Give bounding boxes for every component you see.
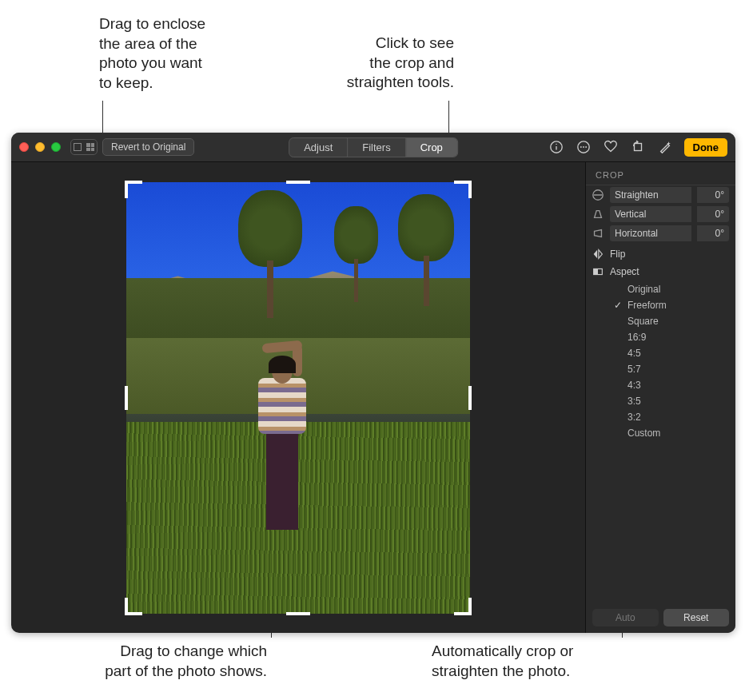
aspect-option[interactable]: Original <box>613 281 735 297</box>
favorite-icon[interactable] <box>603 139 619 155</box>
flip-icon <box>591 248 605 261</box>
horizontal-perspective-icon <box>591 227 605 240</box>
rotate-icon[interactable] <box>630 139 646 155</box>
svg-point-4 <box>580 146 581 148</box>
straighten-icon <box>591 189 605 201</box>
aspect-option-label: 3:2 <box>627 412 641 423</box>
revert-button[interactable]: Revert to Original <box>102 138 194 156</box>
aspect-label: Aspect <box>610 266 639 277</box>
svg-rect-11 <box>594 268 598 274</box>
flip-label: Flip <box>610 249 625 260</box>
tab-filters[interactable]: Filters <box>348 138 405 157</box>
edit-mode-tabs: Adjust Filters Crop <box>289 137 458 157</box>
canvas-area <box>11 162 585 633</box>
prop-label: Horizontal <box>610 225 691 241</box>
callout-drag-enclose: Drag to enclose the area of the photo yo… <box>99 14 205 93</box>
prop-label: Vertical <box>610 206 691 222</box>
aspect-option[interactable]: 5:7 <box>613 361 735 377</box>
flip-row[interactable]: Flip <box>586 243 735 264</box>
crop-sidebar: CROP Straighten 0° Vertical 0° Horizo <box>585 162 735 633</box>
tab-crop[interactable]: Crop <box>406 138 457 157</box>
aspect-option[interactable]: Square <box>613 313 735 329</box>
view-toggle[interactable] <box>70 139 98 155</box>
svg-rect-7 <box>634 144 641 151</box>
checkmark-icon: ✓ <box>613 300 623 311</box>
aspect-option-label: 4:5 <box>627 348 641 359</box>
tab-adjust[interactable]: Adjust <box>289 138 348 157</box>
fullscreen-icon[interactable] <box>51 142 61 152</box>
aspect-options: Original✓FreeformSquare16:94:55:74:33:53… <box>586 281 735 441</box>
aspect-option-label: 4:3 <box>627 380 641 391</box>
svg-point-2 <box>556 144 556 145</box>
callout-crop-tools: Click to see the crop and straighten too… <box>318 34 454 93</box>
aspect-option[interactable]: 4:5 <box>613 345 735 361</box>
toolbar: Revert to Original Adjust Filters Crop D… <box>11 133 735 162</box>
photos-edit-window: Revert to Original Adjust Filters Crop D… <box>11 133 735 633</box>
prop-value[interactable]: 0° <box>697 225 729 241</box>
info-icon[interactable] <box>548 139 564 155</box>
photo[interactable] <box>126 182 470 614</box>
callout-drag-change: Drag to change which part of the photo s… <box>27 642 267 681</box>
aspect-option-label: Original <box>627 284 660 295</box>
more-icon[interactable] <box>576 139 592 155</box>
bottom-buttons: Auto Reset <box>586 603 735 633</box>
prop-straighten[interactable]: Straighten 0° <box>586 185 735 205</box>
svg-point-5 <box>583 146 584 148</box>
aspect-option[interactable]: Custom <box>613 425 735 441</box>
done-button[interactable]: Done <box>684 138 728 157</box>
reset-button[interactable]: Reset <box>663 609 730 626</box>
vertical-perspective-icon <box>591 208 605 221</box>
prop-horizontal[interactable]: Horizontal 0° <box>586 224 735 243</box>
auto-enhance-icon[interactable] <box>657 139 673 155</box>
crop-frame[interactable] <box>126 182 470 614</box>
svg-point-6 <box>585 146 587 148</box>
aspect-option[interactable]: ✓Freeform <box>613 297 735 313</box>
aspect-option-label: 16:9 <box>627 332 646 343</box>
aspect-icon <box>591 265 605 278</box>
sidebar-title: CROP <box>586 162 735 185</box>
aspect-option-label: 5:7 <box>627 364 641 375</box>
aspect-option[interactable]: 3:5 <box>613 393 735 409</box>
prop-vertical[interactable]: Vertical 0° <box>586 205 735 224</box>
minimize-icon[interactable] <box>35 142 45 152</box>
close-icon[interactable] <box>19 142 29 152</box>
aspect-option-label: 3:5 <box>627 396 641 407</box>
prop-value[interactable]: 0° <box>697 206 729 222</box>
aspect-option[interactable]: 4:3 <box>613 377 735 393</box>
aspect-row[interactable]: Aspect <box>586 264 735 281</box>
callout-auto-crop: Automatically crop or straighten the pho… <box>432 642 639 681</box>
aspect-option[interactable]: 3:2 <box>613 409 735 425</box>
aspect-option-label: Custom <box>627 428 660 439</box>
aspect-option-label: Square <box>627 316 659 327</box>
toolbar-right-icons: Done <box>548 138 728 157</box>
aspect-option[interactable]: 16:9 <box>613 329 735 345</box>
prop-value[interactable]: 0° <box>697 187 729 203</box>
prop-label: Straighten <box>610 187 691 203</box>
aspect-option-label: Freeform <box>627 300 667 311</box>
grid-view-icon[interactable] <box>84 140 97 154</box>
auto-button[interactable]: Auto <box>592 609 659 626</box>
window-controls[interactable] <box>19 142 61 152</box>
single-view-icon[interactable] <box>71 140 84 154</box>
